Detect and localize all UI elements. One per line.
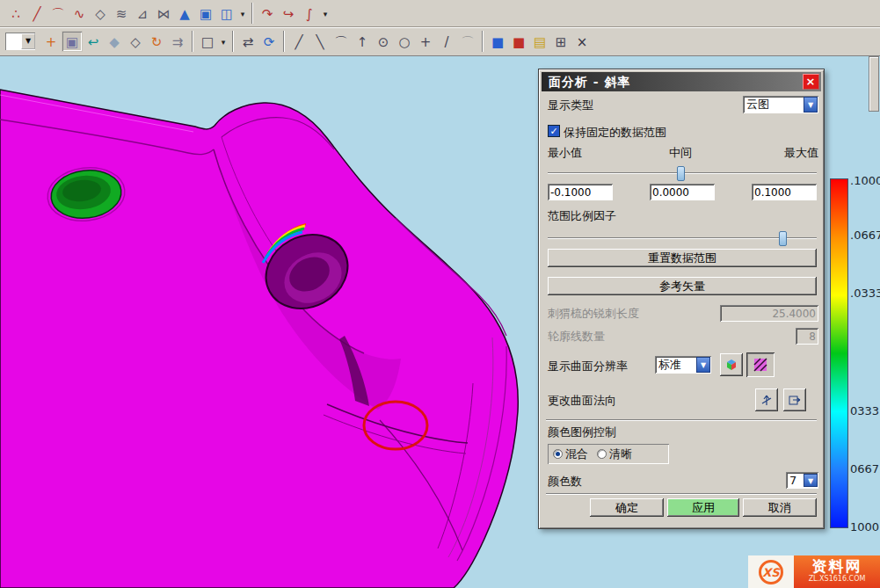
bridge-curve-icon[interactable]: ↪ (278, 3, 299, 24)
legend-label: .1000 (850, 174, 880, 186)
sharp-radio[interactable]: 清晰 (597, 446, 632, 462)
legend-label: 0667 (850, 462, 880, 475)
sketch-line2-icon[interactable]: ╲ (309, 31, 331, 52)
surface-normal-label: 更改曲面法向 (548, 393, 616, 409)
watermark-logo-area: XS (748, 555, 794, 588)
reset-data-range-button[interactable]: 重置数据范围 (548, 249, 817, 267)
sketch-line-icon[interactable]: ╱ (288, 31, 309, 52)
chevron-down-icon[interactable]: ▼ (804, 97, 818, 113)
profile-tool-icon[interactable]: ◇ (90, 3, 111, 24)
xs-logo-icon: XS (759, 560, 783, 584)
intersect-curve-icon[interactable]: ⋈ (153, 3, 174, 24)
display-type-combo[interactable]: 云图 ▼ (743, 96, 818, 113)
rotate-tool-icon[interactable]: ↻ (146, 31, 167, 52)
max-value-input[interactable] (752, 184, 817, 200)
hatch-face-icon (753, 357, 768, 373)
keep-range-label: 保持固定的数据范围 (564, 125, 666, 141)
sheet-tool-icon[interactable]: ▣ (195, 3, 216, 24)
data-range-slider-handle[interactable] (677, 166, 685, 181)
sketch-arrow-icon[interactable]: ↑ (352, 31, 373, 52)
hedgehog-length-label: 刺猬梳的锐刺长度 (548, 306, 639, 322)
flip-normal-button[interactable] (783, 388, 806, 411)
shaded-view-icon[interactable]: ◆ (104, 31, 125, 52)
blend-radio[interactable]: 混合 (553, 446, 588, 462)
tube-tool-icon[interactable]: ◫ (216, 3, 237, 24)
chevron-down-icon[interactable]: ▼ (696, 357, 710, 373)
legend-control-label: 颜色图例控制 (548, 425, 616, 440)
data-range-slider[interactable] (548, 172, 817, 174)
cone-tool-icon[interactable]: ▲ (174, 3, 195, 24)
project-curve-icon[interactable]: ⊿ (132, 3, 153, 24)
curve-toolbar: ∴╱⌒∿◇≋⊿⋈▲▣◫▾↷↪∫▾ (0, 0, 880, 27)
sketch-circle-icon[interactable]: ○ (394, 31, 415, 52)
facet-shading-button[interactable] (720, 353, 743, 376)
sketch-point-icon[interactable]: + (415, 31, 436, 52)
sketch-fillet-icon[interactable]: ⌒ (331, 31, 352, 52)
view-cube-icon[interactable]: ▣ (62, 31, 83, 52)
display-type-value: 云图 (743, 97, 803, 113)
view-toolbar: ▼ +▣↩◆◇↻⇉□▾⇄⟳╱╲⌒↑⊙○+/⌒■■▤⊞× (0, 27, 880, 56)
resolution-label: 显示曲面分辨率 (548, 359, 628, 374)
selection-overflow-arrow-icon[interactable]: ▾ (218, 31, 229, 52)
apply-button[interactable]: 应用 (667, 498, 739, 517)
keep-range-checkbox[interactable]: ✓ (548, 125, 560, 137)
min-value-input[interactable] (548, 184, 613, 200)
color-count-label: 颜色数 (548, 474, 582, 490)
radio-dot-icon (597, 449, 607, 459)
reference-vector-button[interactable]: 参考矢量 (548, 277, 817, 295)
toolbar-separator (192, 31, 193, 52)
arc-tool-icon[interactable]: ⌒ (47, 3, 69, 24)
point-tool-icon[interactable]: ∴ (5, 3, 26, 24)
scale-slider[interactable] (548, 237, 817, 239)
curve-overflow-arrow-icon[interactable]: ▾ (237, 3, 248, 24)
chevron-down-icon[interactable]: ▼ (21, 33, 35, 49)
orient-view-icon[interactable]: + (40, 31, 62, 52)
more-overflow-arrow-icon[interactable]: ▾ (320, 3, 331, 24)
legend-label: 1000 (850, 520, 880, 533)
scale-slider-handle[interactable] (779, 231, 787, 246)
new-window-icon[interactable]: ⊞ (550, 31, 571, 52)
divider (546, 419, 817, 421)
hedgehog-length-input (720, 305, 818, 322)
sketch-slash-icon[interactable]: / (436, 31, 457, 52)
solid-blue-cube-icon[interactable]: ■ (487, 31, 508, 52)
pan-view-icon[interactable]: ⇄ (237, 31, 258, 52)
analysis-display-button[interactable] (746, 352, 775, 377)
watermark-site-name: 资料网 (794, 557, 880, 575)
dock-strip[interactable] (869, 56, 879, 112)
normal-vector-button[interactable] (755, 388, 778, 411)
watermark: XS 资料网 ZL.XS1616.COM (748, 555, 880, 588)
wireframe-view-icon[interactable]: ◇ (125, 31, 146, 52)
legend-label: .0667 (850, 229, 880, 241)
cancel-button[interactable]: 取消 (743, 498, 817, 517)
blend-radio-label: 混合 (565, 446, 588, 462)
orbit-view-icon[interactable]: ⟳ (258, 31, 280, 52)
resolution-combo[interactable]: 标准 ▼ (655, 356, 711, 374)
sketch-arc-icon[interactable]: ⌒ (457, 31, 478, 52)
spline-tool-icon[interactable]: ∿ (69, 3, 90, 24)
dialog-title-text: 面分析 - 斜率 (549, 75, 631, 89)
selection-rectangle-icon[interactable]: □ (197, 31, 218, 52)
watermark-url: ZL.XS1616.COM (794, 575, 880, 584)
clipboard-icon[interactable]: ▤ (529, 31, 550, 52)
view-selector-combo[interactable]: ▼ (5, 33, 35, 50)
ok-button[interactable]: 确定 (590, 498, 664, 517)
sketch-circle-center-icon[interactable]: ⊙ (373, 31, 394, 52)
facet-cube-icon (724, 357, 739, 373)
solid-red-cube-icon[interactable]: ■ (508, 31, 529, 52)
mid-value-input[interactable] (650, 184, 715, 200)
sweep-tool-icon[interactable]: ↷ (257, 3, 278, 24)
line-tool-icon[interactable]: ╱ (26, 3, 47, 24)
joined-curve-icon[interactable]: ∫ (299, 3, 320, 24)
close-window-icon[interactable]: × (571, 31, 593, 52)
color-count-combo[interactable]: 7 ▼ (786, 472, 818, 489)
offset-curve-icon[interactable]: ≋ (111, 3, 132, 24)
legend-bar (830, 178, 848, 528)
dialog-title[interactable]: 面分析 - 斜率 × (542, 72, 821, 91)
close-icon[interactable]: × (803, 74, 819, 90)
sharp-radio-label: 清晰 (609, 446, 632, 462)
model-body[interactable] (0, 90, 518, 588)
snap-arrows-icon[interactable]: ⇉ (167, 31, 188, 52)
undo-view-icon[interactable]: ↩ (83, 31, 104, 52)
chevron-down-icon[interactable]: ▼ (804, 474, 818, 487)
